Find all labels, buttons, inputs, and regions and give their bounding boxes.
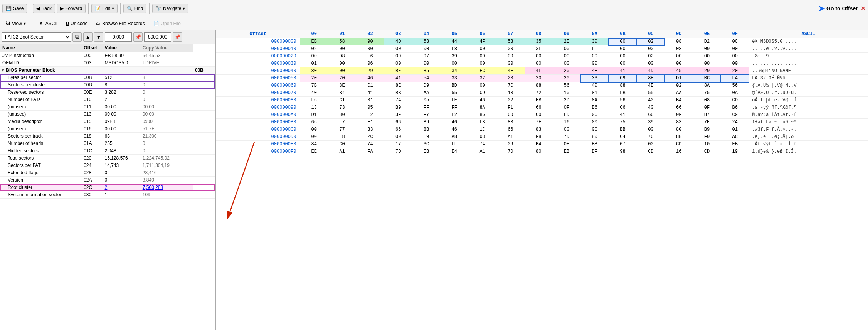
hex-byte-cell[interactable]: B7 xyxy=(693,111,721,119)
hex-byte-cell[interactable]: 00 xyxy=(468,53,496,60)
ascii-button[interactable]: A ASCII xyxy=(35,19,61,28)
hex-byte-cell[interactable]: 8E xyxy=(328,82,356,89)
field-value-link[interactable]: 2 xyxy=(105,185,108,190)
hex-byte-cell[interactable]: 00 xyxy=(580,119,609,126)
hex-byte-cell[interactable]: 4E xyxy=(637,82,665,89)
hex-byte-cell[interactable]: CD xyxy=(693,148,721,155)
hex-byte-cell[interactable]: 20 xyxy=(328,75,356,82)
pin-end-button[interactable]: 📌 xyxy=(173,32,182,42)
hex-byte-cell[interactable]: FB xyxy=(609,89,637,97)
table-row[interactable]: JMP instruction000EB 58 9054 45 53 xyxy=(0,52,215,59)
table-row[interactable]: ▾ BIOS Parameter Block00B xyxy=(0,67,215,74)
table-row[interactable]: System Information sector0301109 xyxy=(0,191,215,199)
hex-byte-cell[interactable]: F8 xyxy=(468,119,496,126)
hex-byte-cell[interactable]: F1 xyxy=(496,104,525,111)
hex-byte-cell[interactable]: BE xyxy=(384,67,412,75)
hex-row[interactable]: 0000000C0007733668B461C6683C00CBB0080B90… xyxy=(216,126,868,133)
hex-byte-cell[interactable]: 66 xyxy=(525,104,553,111)
hex-byte-cell[interactable]: C0 xyxy=(525,111,553,119)
view-button[interactable]: 🖼 View ▾ xyxy=(2,19,29,28)
hex-byte-cell[interactable]: 54 xyxy=(412,75,441,82)
hex-byte-cell[interactable]: C9 xyxy=(609,75,637,82)
hex-byte-cell[interactable]: 16 xyxy=(553,119,581,126)
table-row[interactable]: Number of FATs01020 xyxy=(0,96,215,103)
hex-byte-cell[interactable]: D1 xyxy=(665,75,693,82)
hex-byte-cell[interactable]: 06 xyxy=(356,60,384,67)
hex-byte-cell[interactable]: 66 xyxy=(665,104,693,111)
hex-byte-cell[interactable]: B6 xyxy=(580,104,609,111)
hex-byte-cell[interactable]: 66 xyxy=(384,126,412,133)
hex-byte-cell[interactable]: 83 xyxy=(665,119,693,126)
hex-byte-cell[interactable]: 56 xyxy=(609,97,637,104)
hex-byte-cell[interactable]: 8B xyxy=(412,126,441,133)
hex-byte-cell[interactable]: 06 xyxy=(580,111,609,119)
hex-byte-cell[interactable]: 46 xyxy=(440,126,468,133)
hex-byte-cell[interactable]: 7D xyxy=(496,148,525,155)
hex-byte-cell[interactable]: EB xyxy=(300,38,328,45)
hex-byte-cell[interactable]: FF xyxy=(412,104,441,111)
hex-row[interactable]: 000000040800029BEB534EC4E4F204E414D45202… xyxy=(216,67,868,75)
hex-byte-cell[interactable]: 00 xyxy=(384,60,412,67)
hex-byte-cell[interactable]: 0A xyxy=(721,89,749,97)
hex-byte-cell[interactable]: 00 xyxy=(468,60,496,67)
hex-byte-cell[interactable]: B4 xyxy=(328,89,356,97)
hex-byte-cell[interactable]: B9 xyxy=(693,126,721,133)
hex-byte-cell[interactable]: 8B xyxy=(665,133,693,141)
hex-byte-cell[interactable]: 00 xyxy=(300,126,328,133)
hex-byte-cell[interactable]: 41 xyxy=(384,75,412,82)
hex-byte-cell[interactable]: 02 xyxy=(665,82,693,89)
hex-byte-cell[interactable]: 7E xyxy=(525,119,553,126)
hex-byte-cell[interactable]: 45 xyxy=(665,67,693,75)
hex-byte-cell[interactable]: 03 xyxy=(468,133,496,141)
hex-byte-cell[interactable]: A8 xyxy=(440,133,468,141)
hex-byte-cell[interactable]: FA xyxy=(356,148,384,155)
hex-byte-cell[interactable]: 16 xyxy=(665,148,693,155)
hex-byte-cell[interactable]: FF xyxy=(580,45,609,53)
hex-byte-cell[interactable]: BB xyxy=(384,89,412,97)
hex-byte-cell[interactable]: 80 xyxy=(580,133,609,141)
hex-byte-cell[interactable]: E2 xyxy=(356,111,384,119)
hex-byte-cell[interactable]: 55 xyxy=(440,89,468,97)
hex-byte-cell[interactable]: A1 xyxy=(468,148,496,155)
hex-byte-cell[interactable]: 33 xyxy=(356,126,384,133)
hex-byte-cell[interactable]: 01 xyxy=(300,60,328,67)
hex-byte-cell[interactable]: FE xyxy=(440,97,468,104)
hex-byte-cell[interactable]: 05 xyxy=(356,104,384,111)
hex-byte-cell[interactable]: 3C xyxy=(412,141,441,148)
hex-byte-cell[interactable]: 2C xyxy=(356,133,384,141)
hex-byte-cell[interactable]: 35 xyxy=(525,38,553,45)
hex-byte-cell[interactable]: 00 xyxy=(609,60,637,67)
hex-byte-cell[interactable]: F6 xyxy=(300,97,328,104)
hex-byte-cell[interactable]: 00 xyxy=(721,53,749,60)
hex-byte-cell[interactable]: AA xyxy=(665,89,693,97)
hex-byte-cell[interactable]: 0F xyxy=(553,104,581,111)
hex-byte-cell[interactable]: D2 xyxy=(693,38,721,45)
hex-byte-cell[interactable]: 0C xyxy=(721,38,749,45)
hex-byte-cell[interactable]: 20 xyxy=(693,67,721,75)
table-row[interactable]: Sectors per FAT02414,7431,711,304,19 xyxy=(0,162,215,169)
hex-byte-cell[interactable]: 20 xyxy=(553,67,581,75)
hex-byte-cell[interactable]: 02 xyxy=(637,53,665,60)
copy-sector-button[interactable]: ⧉ xyxy=(72,32,82,42)
hex-byte-cell[interactable]: F8 xyxy=(440,45,468,53)
table-row[interactable]: Root cluster02C27,500,288 xyxy=(0,184,215,191)
table-row[interactable]: OEM ID003MSDOS5.0TDRIVE xyxy=(0,59,215,67)
hex-byte-cell[interactable]: E4 xyxy=(440,148,468,155)
hex-byte-cell[interactable]: 00 xyxy=(496,53,525,60)
hex-byte-cell[interactable]: 00 xyxy=(637,45,665,53)
hex-byte-cell[interactable]: E1 xyxy=(356,119,384,126)
hex-byte-cell[interactable]: 7C xyxy=(637,133,665,141)
hex-byte-cell[interactable]: 41 xyxy=(356,89,384,97)
hex-byte-cell[interactable]: 00 xyxy=(721,45,749,53)
hex-byte-cell[interactable]: F4 xyxy=(721,75,749,82)
table-row[interactable]: (unused)01600 0051 7F xyxy=(0,125,215,133)
hex-byte-cell[interactable]: 20 xyxy=(525,75,553,82)
hex-byte-cell[interactable]: 00 xyxy=(412,45,441,53)
hex-byte-cell[interactable]: 33 xyxy=(580,75,609,82)
hex-byte-cell[interactable]: 00 xyxy=(609,45,637,53)
hex-byte-cell[interactable]: A1 xyxy=(328,148,356,155)
prev-sector-button[interactable]: ▲ xyxy=(83,32,93,42)
hex-byte-cell[interactable]: 7E xyxy=(693,119,721,126)
hex-byte-cell[interactable]: 00 xyxy=(553,53,581,60)
hex-byte-cell[interactable]: 8E xyxy=(384,82,412,89)
